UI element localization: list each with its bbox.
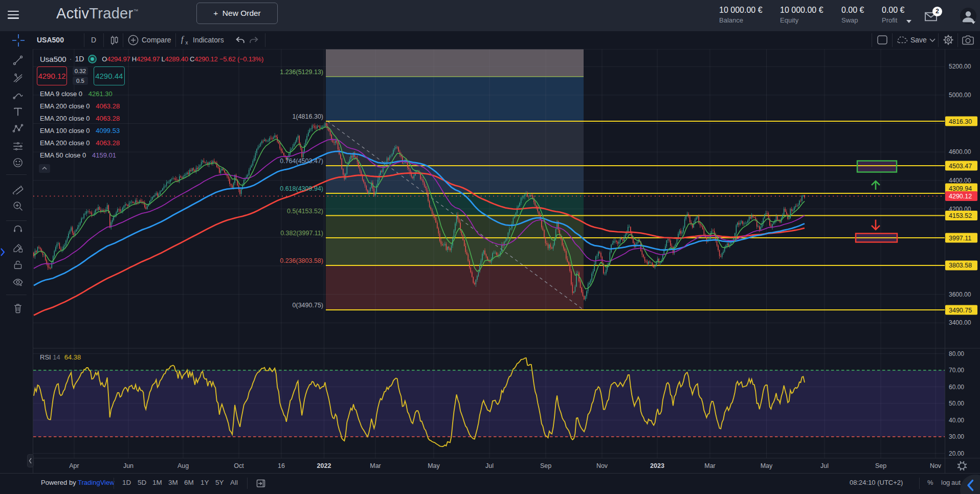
svg-text:30.00: 30.00 [949, 433, 964, 440]
svg-text:Nov: Nov [596, 462, 608, 469]
svg-text:May: May [428, 462, 440, 469]
svg-text:Sep: Sep [875, 462, 886, 469]
svg-text:3400.00: 3400.00 [949, 319, 971, 326]
svg-text:Aug: Aug [177, 462, 189, 469]
svg-text:4503.47: 4503.47 [949, 163, 972, 170]
svg-text:50.00: 50.00 [949, 400, 964, 407]
svg-text:3490.75: 3490.75 [949, 307, 972, 314]
svg-text:60.00: 60.00 [949, 384, 964, 391]
svg-text:Sep: Sep [540, 462, 551, 469]
svg-text:4600.00: 4600.00 [949, 148, 971, 155]
svg-text:f: f [181, 35, 185, 44]
svg-text:4400.00: 4400.00 [949, 177, 971, 184]
svg-text:Mar: Mar [704, 462, 716, 469]
svg-text:Mar: Mar [370, 462, 381, 469]
svg-text:0.618(4309.94): 0.618(4309.94) [280, 185, 323, 192]
svg-text:40.00: 40.00 [949, 417, 964, 424]
svg-text:3600.00: 3600.00 [949, 291, 971, 298]
svg-text:0.764(4503.47): 0.764(4503.47) [280, 158, 323, 165]
svg-text:0(3490.75): 0(3490.75) [293, 302, 323, 309]
svg-text:1.236(5129.13): 1.236(5129.13) [280, 69, 323, 76]
svg-text:4153.52: 4153.52 [949, 212, 972, 219]
svg-text:Jun: Jun [123, 462, 133, 469]
svg-text:Oct: Oct [234, 462, 244, 469]
svg-text:0.236(3803.58): 0.236(3803.58) [280, 257, 323, 264]
svg-text:0.382(3997.11): 0.382(3997.11) [280, 230, 323, 237]
svg-text:3997.11: 3997.11 [949, 235, 971, 242]
svg-text:80.00: 80.00 [949, 350, 964, 357]
svg-text:4309.94: 4309.94 [949, 185, 972, 192]
svg-text:16: 16 [278, 462, 285, 469]
svg-text:Jul: Jul [820, 462, 829, 469]
svg-text:4290.12: 4290.12 [949, 193, 972, 200]
svg-text:1(4816.30): 1(4816.30) [293, 113, 323, 120]
svg-text:3803.58: 3803.58 [949, 262, 972, 269]
svg-text:70.00: 70.00 [949, 367, 964, 374]
svg-text:May: May [761, 462, 773, 469]
svg-text:2022: 2022 [317, 462, 331, 469]
svg-text:2023: 2023 [650, 462, 664, 469]
svg-text:Nov: Nov [930, 462, 942, 469]
svg-text:Apr: Apr [69, 462, 79, 469]
svg-text:x: x [186, 40, 188, 46]
svg-text:0.5(4153.52): 0.5(4153.52) [287, 208, 323, 215]
svg-text:5200.00: 5200.00 [949, 63, 971, 70]
svg-text:20.00: 20.00 [949, 450, 964, 457]
svg-text:5000.00: 5000.00 [949, 92, 971, 99]
svg-text:Jul: Jul [485, 462, 494, 469]
svg-text:4816.30: 4816.30 [949, 118, 972, 125]
